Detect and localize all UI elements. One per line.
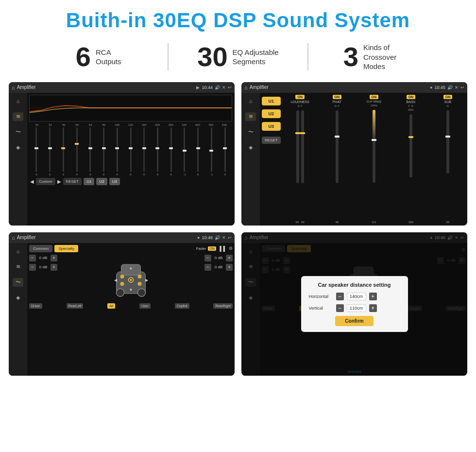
eq-sidebar-icon2[interactable]: ≋ xyxy=(245,112,256,121)
u1-select[interactable]: U1 xyxy=(262,97,281,105)
u1-button[interactable]: U1 xyxy=(84,178,94,185)
eq-sidebar-icon[interactable]: ≋ xyxy=(13,112,23,121)
left-bot-minus[interactable]: − xyxy=(29,264,36,271)
home-sidebar-icon3[interactable]: ⌂ xyxy=(13,247,23,256)
driver-button[interactable]: Driver xyxy=(29,303,42,309)
settings-icon[interactable]: ⚙ xyxy=(229,246,233,251)
u3-button[interactable]: U3 xyxy=(109,178,120,185)
u2-button[interactable]: U2 xyxy=(96,178,107,185)
speaker-sidebar-icon2[interactable]: ◈ xyxy=(245,143,256,152)
speaker-layout: − 0 dB + − 0 dB + xyxy=(29,255,233,300)
right-top-minus[interactable]: − xyxy=(204,255,211,261)
eq-slider-1[interactable]: 0 xyxy=(30,127,43,176)
u3-select[interactable]: U3 xyxy=(262,122,281,131)
volume-icon3: 🔊 xyxy=(215,235,220,240)
spk-main-area: Common Specialty Fader ON ▐▐ ⚙ − 0 xyxy=(27,243,235,376)
eq-sliders: 0 0 0 5 0 xyxy=(29,127,232,176)
eq-slider-7[interactable]: 0 xyxy=(111,127,123,176)
speaker-sidebar-icon3[interactable]: ◈ xyxy=(13,294,23,302)
screen2-content: ⌂ ≋ 〜 ◈ U1 U2 U3 RESET ON LOUDNESS xyxy=(241,93,467,226)
page-header: Buith-in 30EQ DSP Sound System xyxy=(0,0,476,37)
eq-sidebar-icon3[interactable]: ≋ xyxy=(13,262,23,271)
eq-slider-13[interactable]: 0 xyxy=(192,127,204,176)
home-icon3[interactable]: ⌂ xyxy=(12,235,15,241)
right-bot-plus[interactable]: + xyxy=(226,264,233,271)
phat-on[interactable]: ON xyxy=(333,95,342,99)
back-icon3[interactable]: ↩ xyxy=(228,235,232,240)
screen2-title: Amplifier xyxy=(250,85,428,90)
right-top-db: − 0 dB + xyxy=(204,255,233,261)
dsp-reset-button[interactable]: RESET xyxy=(262,137,281,144)
svg-point-7 xyxy=(138,275,142,278)
stat-eq-number: 30 xyxy=(197,43,227,70)
eq-slider-15[interactable]: 0 xyxy=(219,127,231,176)
horizontal-value: 140cm xyxy=(347,293,366,300)
eq-slider-2[interactable]: 0 xyxy=(44,127,56,176)
freq-50: 50 xyxy=(70,123,84,126)
wave-sidebar-icon[interactable]: 〜 xyxy=(13,128,23,137)
horizontal-plus[interactable]: + xyxy=(369,293,377,300)
loudness-on[interactable]: ON xyxy=(295,95,305,99)
eq-slider-9[interactable]: 0 xyxy=(138,127,151,176)
all-button[interactable]: All xyxy=(107,303,115,309)
eq-slider-14[interactable]: -1 xyxy=(205,127,218,176)
left-bot-plus[interactable]: + xyxy=(51,264,57,271)
eq-slider-3[interactable]: 0 xyxy=(57,127,69,176)
freq-250: 250 xyxy=(164,123,178,126)
volume-icon: 🔊 xyxy=(215,85,220,90)
user-button[interactable]: User xyxy=(139,303,151,309)
eq-slider-4[interactable]: 5 xyxy=(70,127,83,176)
screens-grid: ⌂ Amplifier ▶ 10:44 🔊 ✕ ↩ ⌂ ≋ 〜 ◈ xyxy=(0,77,476,380)
sub-on[interactable]: ON xyxy=(443,95,453,99)
prev-icon[interactable]: ◀ xyxy=(30,179,34,184)
custom-button[interactable]: Custom xyxy=(36,178,55,185)
reset-button[interactable]: RESET xyxy=(63,178,82,185)
horizontal-minus[interactable]: − xyxy=(336,293,344,300)
eq-slider-5[interactable]: 0 xyxy=(84,127,97,176)
home-sidebar-icon[interactable]: ⌂ xyxy=(13,97,23,105)
screen1-time: 10:44 xyxy=(202,85,213,90)
copilot-button[interactable]: Copilot xyxy=(175,303,189,309)
bass-on[interactable]: ON xyxy=(407,95,416,99)
right-top-plus[interactable]: + xyxy=(226,255,233,261)
eq-slider-6[interactable]: 0 xyxy=(98,127,110,176)
speaker-sidebar-icon[interactable]: ◈ xyxy=(13,143,23,152)
svg-point-9 xyxy=(138,282,142,286)
rear-left-button[interactable]: RearLeft xyxy=(67,303,84,309)
left-top-plus[interactable]: + xyxy=(51,255,57,261)
screen-dialog: ⌂ Amplifier ● 10:46 🔊 ✕ ↩ ⌂ ≋ 〜 ◈ Common… xyxy=(241,232,467,376)
svg-point-11 xyxy=(130,279,132,281)
stat-eq-label: EQ AdjustableSegments xyxy=(233,48,279,67)
fader-on[interactable]: ON xyxy=(208,246,216,251)
fader-slider[interactable]: ▐▐ xyxy=(218,246,225,251)
vertical-plus[interactable]: + xyxy=(369,304,377,312)
back-icon[interactable]: ↩ xyxy=(228,85,232,90)
eq-slider-8[interactable]: 0 xyxy=(124,127,137,176)
eq-slider-11[interactable]: 0 xyxy=(165,127,177,176)
common-tab[interactable]: Common xyxy=(29,245,52,252)
screen-speaker: ⌂ Amplifier ● 10:46 🔊 ✕ ↩ ⌂ ≋ 〜 ◈ Common… xyxy=(9,232,235,376)
right-bot-minus[interactable]: − xyxy=(204,264,211,271)
wave-sidebar-icon3[interactable]: 〜 xyxy=(13,278,23,287)
eq-slider-12[interactable]: -1 xyxy=(178,127,191,176)
eq-bottom-bar: ◀ Custom ▶ RESET U1 U2 U3 xyxy=(29,178,232,185)
cutfreq-on[interactable]: ON xyxy=(370,95,379,99)
specialty-tab[interactable]: Specialty xyxy=(54,245,78,252)
vertical-minus[interactable]: − xyxy=(336,304,344,312)
rear-right-button[interactable]: RearRight xyxy=(213,303,233,309)
back-icon2[interactable]: ↩ xyxy=(460,85,464,90)
next-icon[interactable]: ▶ xyxy=(57,179,61,184)
stat-rca: 6 RCAOutputs xyxy=(29,43,169,70)
spk-tabs: Common Specialty xyxy=(29,245,78,252)
left-top-minus[interactable]: − xyxy=(29,255,36,261)
confirm-button[interactable]: Confirm xyxy=(335,316,373,326)
eq-slider-10[interactable]: 0 xyxy=(152,127,164,176)
screen-eq: ⌂ Amplifier ▶ 10:44 🔊 ✕ ↩ ⌂ ≋ 〜 ◈ xyxy=(9,82,235,226)
dsp-u-buttons: U1 U2 U3 RESET xyxy=(262,95,281,224)
home-icon2[interactable]: ⌂ xyxy=(244,85,248,90)
u2-select[interactable]: U2 xyxy=(262,109,281,118)
wave-sidebar-icon2[interactable]: 〜 xyxy=(245,128,256,137)
home-icon[interactable]: ⌂ xyxy=(12,85,15,90)
home-sidebar-icon2[interactable]: ⌂ xyxy=(245,97,256,105)
screen1-topbar: ⌂ Amplifier ▶ 10:44 🔊 ✕ ↩ xyxy=(9,82,235,93)
